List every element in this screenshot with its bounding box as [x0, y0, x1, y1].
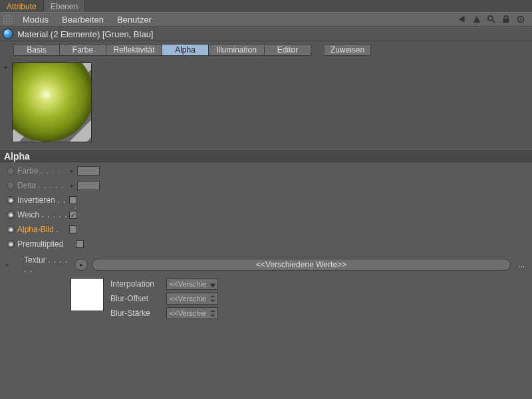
radio-alpha-bild[interactable] — [7, 225, 15, 233]
arrow-icon[interactable]: ▸ — [69, 168, 74, 174]
prop-premultiplied: Premultiplied — [7, 238, 528, 250]
tab-zuweisen[interactable]: Zuweisen — [325, 44, 371, 56]
textur-browse-button[interactable]: ... — [515, 260, 528, 269]
menu-benutzer[interactable]: Benutzer — [110, 15, 158, 25]
svg-marker-0 — [459, 16, 465, 23]
radio-delta[interactable] — [7, 182, 15, 190]
textur-subblock: Interpolation <<Verschie Blur-Offset <<V… — [0, 278, 532, 323]
menu-bearbeiten[interactable]: Bearbeiten — [55, 15, 110, 25]
prop-invertieren: Invertieren . . — [7, 194, 528, 206]
material-sphere-icon — [3, 29, 13, 39]
tab-farbe[interactable]: Farbe — [60, 44, 106, 56]
combo-interpolation[interactable]: <<Verschie — [166, 278, 218, 290]
channel-tabs: Basis Farbe Reflektivität Alpha Illumina… — [0, 41, 532, 59]
window-tabs: Attribute Ebenen — [0, 0, 532, 12]
prop-weich: Weich . . . . . . ✓ — [7, 209, 528, 221]
textur-menu-button[interactable]: ▸ — [74, 259, 88, 271]
svg-point-2 — [488, 16, 493, 21]
section-title-alpha: Alpha — [0, 149, 532, 162]
delta-swatch[interactable] — [77, 181, 100, 190]
nav-back-icon[interactable] — [458, 15, 467, 24]
checkbox-premultiplied[interactable] — [76, 240, 84, 248]
label-textur: Textur . . . . . . — [15, 255, 70, 274]
label-blur-offset: Blur-Offset — [110, 294, 164, 303]
checkbox-invertieren[interactable] — [69, 196, 77, 204]
label-delta: Delta . . . . . — [17, 181, 66, 190]
material-preview[interactable] — [12, 63, 92, 142]
radio-weich[interactable] — [7, 211, 15, 219]
prop-delta: Delta . . . . . ▸ — [7, 180, 528, 192]
textur-thumbnail[interactable] — [70, 278, 104, 311]
tab-attribute[interactable]: Attribute — [0, 0, 44, 12]
radio-farbe[interactable] — [7, 167, 15, 175]
checkbox-weich[interactable]: ✓ — [69, 211, 77, 219]
menu-modus[interactable]: Modus — [16, 15, 55, 25]
alpha-properties: Farbe . . . . ▸ Delta . . . . . ▸ Invert… — [0, 162, 532, 254]
prop-farbe: Farbe . . . . ▸ — [7, 165, 528, 177]
disclosure-icon[interactable]: ▾ — [4, 63, 11, 142]
tab-alpha[interactable]: Alpha — [162, 44, 209, 56]
farbe-swatch[interactable] — [77, 166, 100, 176]
label-premultiplied: Premultiplied — [17, 239, 73, 249]
svg-line-3 — [492, 20, 495, 23]
label-alpha-bild: Alpha-Bild . — [17, 225, 66, 234]
settings-icon[interactable] — [516, 15, 525, 24]
label-blur-staerke: Blur-Stärke — [110, 309, 164, 318]
input-blur-staerke[interactable]: <<Verschie — [166, 307, 218, 319]
tab-basis[interactable]: Basis — [13, 44, 60, 56]
textur-subprops: Interpolation <<Verschie Blur-Offset <<V… — [110, 278, 218, 319]
textur-row: ▸ Textur . . . . . . ▸ <<Verschiedene We… — [0, 254, 532, 278]
lock-icon[interactable] — [501, 15, 511, 24]
arrow-icon[interactable]: ▸ — [69, 182, 74, 189]
svg-rect-4 — [503, 19, 509, 23]
svg-marker-1 — [473, 16, 481, 23]
disclosure-textur-icon[interactable]: ▸ — [4, 261, 11, 268]
radio-invertieren[interactable] — [7, 196, 15, 204]
tab-reflektivitaet[interactable]: Reflektivität — [106, 44, 162, 56]
label-invertieren: Invertieren . . — [17, 196, 66, 205]
checkbox-alpha-bild[interactable] — [69, 225, 77, 233]
input-blur-offset[interactable]: <<Verschie — [166, 293, 218, 305]
search-icon[interactable] — [487, 15, 496, 24]
tab-editor[interactable]: Editor — [265, 44, 311, 56]
menubar: Modus Bearbeiten Benutzer — [0, 12, 532, 27]
prop-alpha-bild: Alpha-Bild . — [7, 223, 528, 235]
tab-illumination[interactable]: Illumination — [209, 44, 265, 56]
textur-field[interactable]: <<Verschiedene Werte>> — [92, 259, 511, 271]
prop-blur-offset: Blur-Offset <<Verschie — [110, 293, 218, 305]
label-weich: Weich . . . . . . — [17, 210, 66, 219]
nav-up-icon[interactable] — [472, 15, 481, 24]
label-farbe: Farbe . . . . — [17, 166, 66, 176]
material-title: Material (2 Elemente) [Gruen, Blau] — [17, 29, 153, 39]
preview-area: ▾ — [0, 59, 532, 149]
tab-ebenen[interactable]: Ebenen — [44, 0, 85, 12]
grip-icon[interactable] — [3, 15, 12, 24]
menubar-right — [458, 15, 529, 24]
prop-interpolation: Interpolation <<Verschie — [110, 278, 218, 290]
radio-premultiplied[interactable] — [7, 240, 15, 248]
label-interpolation: Interpolation — [110, 279, 164, 289]
svg-point-6 — [520, 19, 522, 21]
prop-blur-staerke: Blur-Stärke <<Verschie — [110, 307, 218, 319]
material-header: Material (2 Elemente) [Gruen, Blau] — [0, 27, 532, 41]
